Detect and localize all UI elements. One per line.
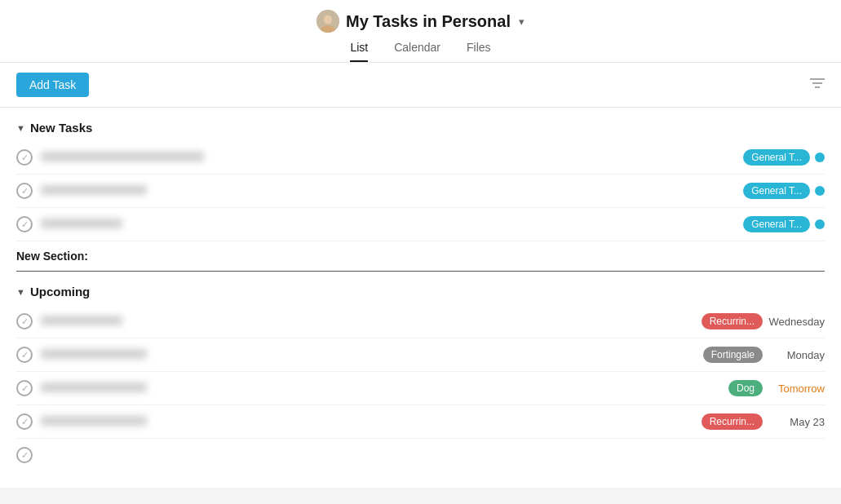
task-meta: Dog Tomorrow xyxy=(728,380,825,396)
task-tag[interactable]: Recurrin... xyxy=(702,313,763,329)
task-date: Monday xyxy=(768,349,825,361)
task-tag[interactable]: Recurrin... xyxy=(702,413,763,430)
task-row: ✓ Dog Tomorrow xyxy=(16,372,825,405)
task-row: ✓ General T... xyxy=(16,208,825,241)
task-name xyxy=(41,151,735,164)
task-checkbox[interactable]: ✓ xyxy=(16,313,33,329)
empty-task-row: ✓ xyxy=(16,439,825,471)
task-tag[interactable]: General T... xyxy=(743,183,810,199)
task-meta: Recurrin... May 23 xyxy=(702,413,825,430)
header-tabs: List Calendar Files xyxy=(0,41,841,62)
task-name xyxy=(41,184,735,197)
new-section-label: New Section: xyxy=(16,250,88,263)
task-date: Tomorrow xyxy=(768,382,825,395)
task-row: ✓ Fortingale Monday xyxy=(16,338,825,372)
task-tag[interactable]: General T... xyxy=(743,216,810,232)
task-checkbox[interactable]: ✓ xyxy=(16,347,33,363)
header-title-row: My Tasks in Personal ▾ xyxy=(0,10,841,33)
task-meta: General T... xyxy=(743,216,825,232)
task-name xyxy=(41,415,693,428)
task-dot xyxy=(815,186,825,196)
tab-list[interactable]: List xyxy=(350,41,368,62)
task-row: ✓ Recurrin... Wednesday xyxy=(16,305,825,338)
task-row: ✓ General T... xyxy=(16,175,825,208)
task-dot xyxy=(815,153,825,162)
task-meta: Fortingale Monday xyxy=(703,347,825,363)
header: My Tasks in Personal ▾ List Calendar Fil… xyxy=(0,0,841,63)
task-checkbox[interactable]: ✓ xyxy=(16,447,33,463)
task-row: ✓ General T... xyxy=(16,141,825,175)
section-label-new-tasks: New Tasks xyxy=(30,121,92,135)
section-chevron-new-tasks: ▼ xyxy=(16,123,25,133)
task-tag[interactable]: General T... xyxy=(743,149,810,166)
tab-calendar[interactable]: Calendar xyxy=(394,41,440,62)
task-name xyxy=(41,218,735,231)
add-task-button[interactable]: Add Task xyxy=(16,73,89,97)
toolbar: Add Task xyxy=(0,63,841,108)
section-header-new-tasks[interactable]: ▼ New Tasks xyxy=(16,108,825,141)
task-meta: General T... xyxy=(743,183,825,199)
page-title: My Tasks in Personal xyxy=(346,12,511,31)
task-checkbox[interactable]: ✓ xyxy=(16,149,33,166)
task-date: Wednesday xyxy=(768,316,825,328)
task-meta: General T... xyxy=(743,149,825,166)
task-name xyxy=(41,348,695,361)
task-meta: Recurrin... Wednesday xyxy=(702,313,825,329)
avatar xyxy=(316,10,339,33)
section-label-upcoming: Upcoming xyxy=(30,285,90,298)
task-checkbox[interactable]: ✓ xyxy=(16,380,33,396)
task-row: ✓ Recurrin... May 23 xyxy=(16,405,825,439)
task-name xyxy=(41,315,693,328)
filter-icon[interactable] xyxy=(810,77,825,92)
task-dot xyxy=(815,219,825,229)
task-tag[interactable]: Fortingale xyxy=(703,347,763,363)
task-checkbox[interactable]: ✓ xyxy=(16,183,33,199)
main-content: ▼ New Tasks ✓ General T... ✓ General T..… xyxy=(0,108,841,488)
section-header-upcoming[interactable]: ▼ Upcoming xyxy=(16,272,825,305)
task-checkbox[interactable]: ✓ xyxy=(16,216,33,232)
task-date: May 23 xyxy=(768,416,825,428)
task-tag[interactable]: Dog xyxy=(728,380,763,396)
task-name xyxy=(41,382,720,395)
title-chevron-icon[interactable]: ▾ xyxy=(519,15,525,28)
section-chevron-upcoming: ▼ xyxy=(16,287,25,297)
task-checkbox[interactable]: ✓ xyxy=(16,413,33,430)
svg-point-1 xyxy=(324,15,332,24)
tab-files[interactable]: Files xyxy=(467,41,491,62)
new-section-row: New Section: xyxy=(16,241,825,272)
